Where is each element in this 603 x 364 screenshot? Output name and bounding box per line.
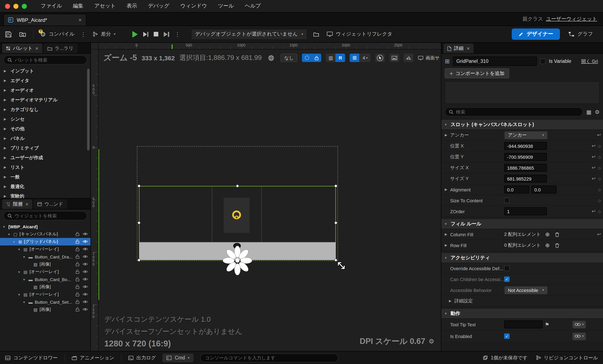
grid-snap-toggle-button[interactable]: ⊞	[350, 54, 359, 62]
content-drawer-button[interactable]: コンテンツドロワー	[5, 354, 58, 361]
visibility-toggle[interactable]	[82, 262, 88, 267]
binding-diamond-icon[interactable]: ◇	[598, 155, 601, 159]
palette-search-input[interactable]	[15, 57, 83, 62]
property-input[interactable]	[504, 164, 547, 172]
advance-button[interactable]	[164, 32, 169, 37]
lock-toggle[interactable]	[75, 231, 80, 237]
debug-asset-picker-button[interactable]	[312, 30, 321, 38]
section-header[interactable]: ▼スロット (キャンバスパネルスロット)	[441, 120, 603, 130]
close-window-button[interactable]	[5, 4, 10, 9]
hierarchy-row[interactable]: ▨[画像]	[0, 260, 91, 268]
visibility-toggle[interactable]	[82, 254, 88, 259]
dashed-outline-toggle-button[interactable]	[302, 54, 312, 62]
property-checkbox[interactable]: ✓	[504, 333, 510, 339]
hierarchy-row[interactable]: ▼▢[キャンバスパネル]	[0, 230, 91, 238]
preview-image-button[interactable]	[390, 54, 399, 62]
property-input[interactable]	[531, 186, 557, 194]
bind-button[interactable]: ▾	[572, 332, 586, 340]
animation-button[interactable]: アニメーション	[71, 354, 114, 361]
settings-gear-icon[interactable]: ⚙	[595, 109, 600, 115]
menu-help[interactable]: ヘルプ	[239, 0, 266, 12]
diff-button[interactable]: 差分 ▾	[91, 29, 117, 39]
close-icon[interactable]: ×	[79, 17, 82, 23]
palette-category[interactable]: ▶オーディオ	[0, 85, 91, 95]
lock-toggle[interactable]	[75, 292, 80, 297]
resize-handle-right[interactable]	[334, 221, 337, 224]
designer-mode-button[interactable]: デザイナー	[512, 28, 560, 40]
binding-diamond-icon[interactable]: ◇	[598, 209, 601, 213]
hierarchy-row[interactable]: ▼▤[オーバーレイ]	[0, 268, 91, 276]
frame-skip-button[interactable]	[143, 32, 149, 37]
palette-category[interactable]: ▶カテゴリなし	[0, 105, 91, 114]
reset-to-default-button[interactable]: ↩	[592, 209, 595, 214]
stop-button[interactable]	[154, 32, 159, 36]
add-element-button[interactable]: ⊕	[544, 241, 551, 249]
grid-snap-size-dropdown[interactable]: 4▾	[359, 54, 371, 62]
widget-name-input[interactable]	[453, 57, 537, 66]
section-header[interactable]: ▼アクセシビリティ	[441, 253, 603, 263]
property-input[interactable]	[504, 207, 547, 215]
menu-tools[interactable]: ツール	[212, 0, 239, 12]
lock-toggle[interactable]	[75, 239, 80, 244]
property-input[interactable]	[504, 153, 547, 161]
close-icon[interactable]: ×	[35, 46, 38, 51]
screen-size-dropdown[interactable]: 画面サ	[418, 55, 440, 61]
flip-preview-button[interactable]	[404, 54, 414, 62]
resize-handle-top-right[interactable]	[334, 185, 337, 188]
tab-palette[interactable]: パレット ×	[2, 44, 42, 53]
visibility-toggle[interactable]	[82, 277, 88, 282]
cursor-tool-button[interactable]	[375, 54, 385, 62]
compile-button[interactable]: ⚙ ? コンパイル	[38, 29, 76, 40]
delete-elements-button[interactable]	[553, 231, 561, 238]
property-dropdown[interactable]: アンカー▾	[504, 131, 548, 139]
palette-scrollbar[interactable]	[87, 69, 90, 150]
resize-handle-left[interactable]	[138, 221, 140, 224]
property-input[interactable]	[504, 186, 529, 194]
palette-category[interactable]: ▶シンセ	[0, 114, 91, 124]
hierarchy-row[interactable]: ▼⊞[グリッドパネル]	[0, 238, 91, 246]
palette-category[interactable]: ▶オーディオマテリアル	[0, 95, 91, 105]
visibility-toggle[interactable]	[82, 239, 88, 244]
delete-elements-button[interactable]	[553, 241, 561, 249]
cmd-dropdown[interactable]: Cmd ▾	[163, 353, 194, 362]
play-button[interactable]	[132, 31, 138, 37]
section-header[interactable]: ▼動作	[441, 309, 603, 319]
binding-diamond-icon[interactable]: ◇	[598, 166, 601, 170]
console-command-input[interactable]	[200, 353, 338, 362]
anchor-gizmo[interactable]	[221, 244, 254, 277]
visibility-toggle[interactable]	[82, 247, 88, 252]
lock-toggle[interactable]	[75, 299, 80, 305]
asset-tab-wbp-aicard[interactable]: WBP_Aicard* ×	[3, 14, 86, 25]
add-component-button[interactable]: + コンポーネントを追加	[445, 68, 510, 78]
palette-category[interactable]: ▶最適化	[0, 182, 91, 191]
parent-class-link[interactable]: ユーザーウィジェット	[546, 15, 597, 23]
unsaved-assets-button[interactable]: 1個が未保存です	[483, 354, 527, 361]
binding-diamond-icon[interactable]: ◇	[598, 176, 601, 181]
visibility-toggle[interactable]	[82, 269, 88, 274]
designer-canvas[interactable]: 05001000150020002500 500050010001500 ズーム…	[91, 43, 441, 351]
menu-file[interactable]: ファイル	[35, 0, 67, 12]
palette-category[interactable]: ▶エディタ	[0, 76, 91, 85]
menu-window[interactable]: ウィンドウ	[175, 0, 212, 12]
resize-handle-top[interactable]	[236, 185, 239, 188]
lock-toggle[interactable]	[75, 307, 80, 312]
minimize-window-button[interactable]	[13, 4, 18, 9]
section-header[interactable]: ▼フィル ルール	[441, 219, 603, 229]
lock-toggle[interactable]	[75, 284, 80, 290]
property-checkbox[interactable]	[504, 198, 510, 203]
palette-category[interactable]: ▶その他	[0, 124, 91, 134]
graph-mode-button[interactable]: グラフ	[567, 29, 595, 39]
hierarchy-row[interactable]: ▼[WBP_Aicard]	[0, 223, 91, 230]
menu-edit[interactable]: 編集	[67, 0, 89, 12]
visibility-toggle[interactable]	[82, 284, 88, 289]
lock-toggle[interactable]	[75, 254, 80, 259]
output-log-button[interactable]: 出力ログ	[128, 354, 156, 361]
property-checkbox[interactable]: ✓	[504, 276, 510, 282]
preview-background-dropdown[interactable]: なし	[280, 54, 298, 62]
palette-category[interactable]: ▶プリミティブ	[0, 143, 91, 153]
save-button[interactable]	[3, 29, 13, 39]
display-filter-icon[interactable]: ▦	[586, 109, 591, 115]
bind-button[interactable]: ▾	[572, 321, 586, 328]
browse-asset-button[interactable]	[18, 29, 28, 39]
widget-reflector-button[interactable]: ウィジェットリフレクタ	[325, 29, 394, 39]
